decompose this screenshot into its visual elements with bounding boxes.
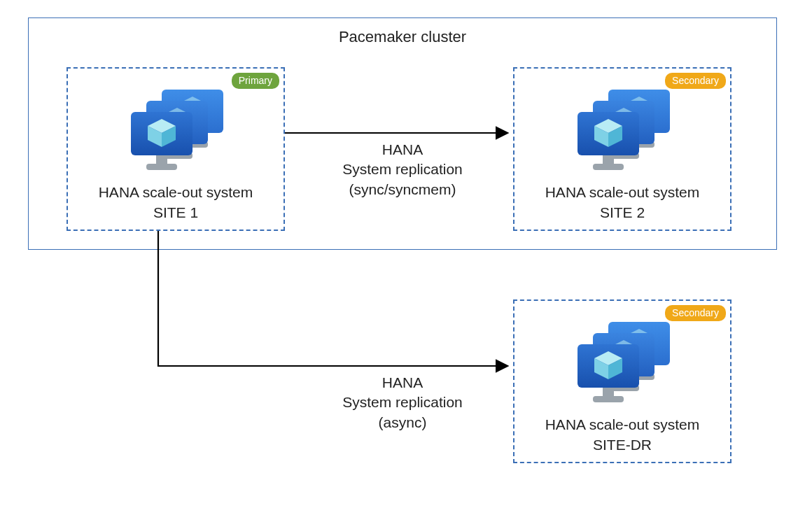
site1-label-line2: SITE 1 [153, 204, 198, 220]
site2-vm-stack [573, 87, 674, 175]
async-label-line1: HANA [382, 374, 423, 390]
sitedr-label-line1: HANA scale-out system [545, 416, 700, 432]
svg-rect-50 [593, 396, 624, 402]
sync-label: HANA System replication (sync/syncmem) [315, 140, 490, 199]
sitedr-badge: Secondary [665, 305, 726, 321]
sync-label-line3: (sync/syncmem) [349, 181, 456, 197]
site1-vm-stack [127, 87, 227, 175]
async-label-line2: System replication [342, 394, 463, 410]
sitedr-box: Secondary [513, 299, 732, 463]
monitor-icon [573, 341, 643, 407]
svg-rect-31 [603, 155, 614, 164]
monitor-icon [127, 109, 197, 175]
async-label-line3: (async) [379, 414, 427, 430]
monitor-icon [573, 109, 643, 175]
svg-rect-49 [603, 388, 614, 396]
svg-rect-32 [593, 164, 624, 170]
site2-label: HANA scale-out system SITE 2 [514, 183, 730, 223]
svg-rect-14 [146, 164, 177, 170]
arrow-async [158, 231, 507, 366]
site2-box: Secondary [513, 67, 732, 231]
site1-label: HANA scale-out system SITE 1 [68, 183, 284, 223]
site1-box: Primary [66, 67, 285, 231]
site1-label-line1: HANA scale-out system [99, 184, 253, 200]
sync-label-line1: HANA [382, 141, 423, 157]
sitedr-label: HANA scale-out system SITE-DR [514, 415, 730, 455]
site2-badge: Secondary [665, 73, 726, 89]
svg-rect-13 [156, 155, 167, 164]
async-label: HANA System replication (async) [315, 373, 490, 432]
sitedr-label-line2: SITE-DR [593, 437, 652, 453]
sitedr-vm-stack [573, 319, 674, 407]
site2-label-line2: SITE 2 [600, 204, 645, 220]
cluster-title: Pacemaker cluster [29, 28, 776, 46]
sync-label-line2: System replication [342, 161, 463, 177]
site1-badge: Primary [232, 73, 279, 89]
site2-label-line1: HANA scale-out system [545, 184, 700, 200]
